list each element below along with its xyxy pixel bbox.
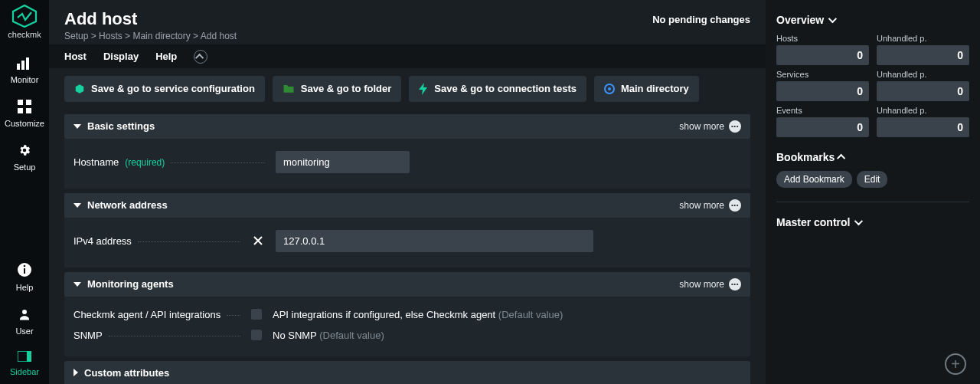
ov-label-4: Events [776, 106, 869, 115]
save-conn-label: Save & go to connection tests [434, 83, 577, 94]
section-basic-title: Basic settings [87, 120, 155, 132]
lightning-icon [419, 83, 428, 95]
section-network-title: Network address [87, 199, 168, 211]
crumb-0[interactable]: Setup [64, 31, 88, 41]
collapse-icon[interactable] [194, 50, 207, 64]
master-control-label: Master control [776, 216, 850, 228]
section-agents-head[interactable]: Monitoring agents show more [64, 272, 750, 297]
nav-customize[interactable]: Customize [0, 92, 49, 136]
section-agents-title: Monitoring agents [87, 278, 174, 290]
overview-title-label: Overview [776, 14, 824, 26]
master-control-title[interactable]: Master control [776, 216, 969, 228]
hostname-required: (required) [125, 157, 165, 168]
svg-rect-9 [24, 268, 25, 274]
show-more-agents[interactable]: show more [679, 278, 741, 290]
svg-point-10 [24, 265, 26, 267]
nav-sidebar-label: Sidebar [10, 367, 39, 376]
nav-help[interactable]: Help [0, 254, 49, 300]
bookmarks-title-label: Bookmarks [776, 151, 835, 163]
logo[interactable] [11, 5, 38, 30]
nav-monitor[interactable]: Monitor [0, 50, 49, 92]
agent-label: Checkmk agent / API integrations [74, 309, 220, 320]
section-network-head[interactable]: Network address show more [64, 193, 750, 218]
overview-block: Overview Hosts0 Unhandled p.0 Services0 … [776, 14, 969, 137]
edit-bookmark-button[interactable]: Edit [857, 171, 888, 188]
nav-user[interactable]: User [0, 300, 49, 343]
info-icon [17, 262, 32, 280]
crumb-1[interactable]: Hosts [99, 31, 122, 41]
nav-sidebar[interactable]: Sidebar [0, 343, 49, 384]
section-network: Network address show more IPv4 address [64, 193, 750, 267]
chevron-up-icon [837, 154, 845, 162]
save-folder-button[interactable]: Save & go to folder [273, 76, 401, 102]
chevron-down-icon [74, 203, 81, 208]
agent-checkbox[interactable] [251, 309, 262, 320]
nav-help-label: Help [16, 283, 34, 292]
section-custom: Custom attributes [64, 361, 750, 384]
user-icon [18, 307, 31, 323]
ov-label-3: Unhandled p. [877, 70, 969, 79]
ipv4-input[interactable] [276, 230, 593, 252]
add-snapin-button[interactable]: + [945, 353, 966, 375]
nav-user-label: User [15, 327, 33, 336]
customize-icon [18, 100, 31, 116]
pending-changes[interactable]: No pending changes [652, 14, 750, 25]
row-snmp: SNMP No SNMP (Default value) [74, 325, 741, 346]
menu-display[interactable]: Display [103, 51, 139, 62]
snmp-value: No SNMP [273, 330, 317, 341]
ov-val-3[interactable]: 0 [877, 81, 969, 101]
chevron-down-icon [74, 124, 81, 129]
section-basic-head[interactable]: Basic settings show more [64, 114, 750, 139]
snmp-checkbox[interactable] [251, 330, 262, 340]
left-nav: checkmk Monitor Customize Setup Help Use… [0, 0, 49, 384]
agent-value: API integrations if configured, else Che… [273, 309, 495, 320]
main-directory-label: Main directory [621, 83, 689, 94]
breadcrumb: Setup > Hosts > Main directory > Add hos… [64, 31, 237, 41]
add-bookmark-button[interactable]: Add Bookmark [776, 171, 852, 188]
save-conn-button[interactable]: Save & go to connection tests [409, 76, 586, 102]
svg-rect-6 [18, 108, 23, 113]
main-area: Add host Setup > Hosts > Main directory … [49, 0, 766, 384]
agent-default: (Default value) [498, 309, 564, 320]
ov-val-4[interactable]: 0 [776, 117, 869, 137]
crumb-2[interactable]: Main directory [132, 31, 190, 41]
save-service-button[interactable]: Save & go to service configuration [64, 76, 265, 102]
more-icon [729, 199, 741, 212]
ov-val-5[interactable]: 0 [877, 117, 969, 137]
svg-marker-0 [13, 5, 36, 27]
chevron-down-icon [74, 282, 81, 287]
target-icon [604, 84, 615, 94]
clear-ipv4-button[interactable] [251, 234, 265, 248]
content: Basic settings show more Hostname (requi… [49, 110, 766, 384]
page-header: Add host Setup > Hosts > Main directory … [49, 0, 766, 44]
save-service-label: Save & go to service configuration [91, 83, 255, 94]
section-custom-title: Custom attributes [84, 367, 169, 379]
nav-setup[interactable]: Setup [0, 136, 49, 179]
show-more-agents-label: show more [679, 279, 724, 290]
save-folder-label: Save & go to folder [301, 83, 391, 94]
side-panel: Overview Hosts0 Unhandled p.0 Services0 … [766, 0, 980, 384]
overview-title[interactable]: Overview [776, 14, 969, 26]
show-more-network[interactable]: show more [679, 199, 741, 212]
bookmarks-title[interactable]: Bookmarks [776, 151, 969, 163]
show-more-basic[interactable]: show more [679, 120, 741, 133]
bookmarks-block: Bookmarks Add Bookmark Edit [776, 151, 969, 188]
row-ipv4: IPv4 address [74, 225, 741, 257]
chevron-down-icon [854, 217, 863, 225]
ov-val-1[interactable]: 0 [877, 45, 969, 65]
hostname-input[interactable] [276, 151, 410, 173]
main-directory-button[interactable]: Main directory [594, 76, 699, 102]
menu-help[interactable]: Help [155, 51, 177, 62]
ov-val-0[interactable]: 0 [776, 45, 869, 65]
crumb-3: Add host [201, 31, 237, 41]
gear-icon [18, 143, 31, 159]
svg-rect-7 [26, 108, 31, 113]
section-custom-head[interactable]: Custom attributes [64, 361, 750, 384]
menu-host[interactable]: Host [64, 51, 87, 62]
page-title: Add host [64, 9, 237, 29]
cube-icon [74, 84, 85, 94]
section-agents: Monitoring agents show more Checkmk agen… [64, 272, 750, 356]
ov-val-2[interactable]: 0 [776, 81, 869, 101]
hostname-label: Hostname [74, 156, 119, 168]
snmp-default: (Default value) [319, 330, 384, 341]
